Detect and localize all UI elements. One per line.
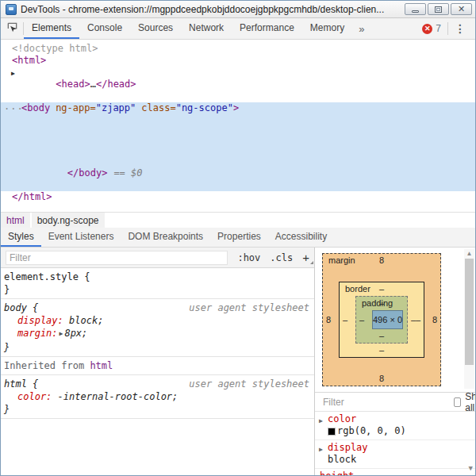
scrollbar-thumb[interactable] <box>465 259 474 365</box>
new-style-rule-button[interactable]: + <box>302 251 309 264</box>
padding-left-value[interactable]: – <box>356 315 367 324</box>
pseudo-state-button[interactable]: :hov <box>237 252 260 263</box>
css-property-color[interactable]: color: -internal-root-color; <box>4 390 311 403</box>
class-toggle-button[interactable]: .cls <box>270 252 293 263</box>
tab-event-listeners[interactable]: Event Listeners <box>41 228 121 247</box>
inspect-element-button[interactable] <box>1 18 23 39</box>
tab-performance[interactable]: Performance <box>232 18 302 39</box>
close-icon: ✕ <box>458 5 465 13</box>
inherited-node-link[interactable]: html <box>90 360 113 371</box>
minimize-icon <box>412 10 419 13</box>
tab-styles[interactable]: Styles <box>1 228 41 247</box>
box-model-margin[interactable]: margin 8 8 border – – <box>322 253 441 386</box>
border-bottom-value[interactable]: – <box>340 344 424 357</box>
show-all-control[interactable]: Show all <box>449 391 475 413</box>
expand-triangle-icon-2[interactable]: ▶ <box>319 443 323 455</box>
padding-bottom-value[interactable]: – <box>356 329 407 343</box>
dom-line-body-close[interactable]: </body>== $0 <box>1 155 475 191</box>
border-right-value[interactable]: – <box>413 315 424 324</box>
computed-property-color[interactable]: ▶color rgb(0, 0, 0) <box>315 412 475 440</box>
devtools-window: DevTools - chrome-extension://mgppdceedp… <box>0 0 476 476</box>
tab-elements[interactable]: Elements <box>24 18 79 39</box>
stylesheet-origin: user agent stylesheet <box>189 301 311 314</box>
minimize-button[interactable] <box>405 3 426 15</box>
show-all-checkbox[interactable] <box>454 397 461 407</box>
body-children-space <box>1 114 475 155</box>
box-model-scrollbar[interactable]: ▲ <box>464 249 474 389</box>
dom-line-body-open[interactable]: ...<bodyng-app="zjapp"class="ng-scope"> <box>1 102 475 114</box>
tab-console[interactable]: Console <box>79 18 130 39</box>
tab-properties[interactable]: Properties <box>210 228 268 247</box>
inspect-cursor-icon <box>6 21 18 36</box>
selector-html: html { <box>4 378 38 390</box>
box-model-padding[interactable]: padding – – 496 × 0 – – <box>355 296 408 344</box>
margin-right-value[interactable]: 8 <box>429 315 440 324</box>
expand-arrow-icon[interactable]: ▶ <box>11 67 15 79</box>
node-menu-dots[interactable]: ... <box>4 101 24 113</box>
devtools-toolbar: Elements Console Sources Network Perform… <box>1 18 475 40</box>
styles-filter-input[interactable] <box>6 251 228 265</box>
devtools-app-icon <box>6 4 17 15</box>
margin-bottom-value[interactable]: 8 <box>323 372 440 386</box>
expand-triangle-icon[interactable]: ▶ <box>319 415 323 427</box>
rule-body[interactable]: body { user agent stylesheet display: bl… <box>1 299 314 357</box>
breadcrumb-item-html[interactable]: html <box>1 213 30 228</box>
margin-top-value[interactable]: 8 <box>379 255 384 265</box>
title-bar: DevTools - chrome-extension://mgppdceedp… <box>1 1 475 18</box>
tab-network[interactable]: Network <box>181 18 232 39</box>
breadcrumb: html body.ng-scope <box>1 212 475 228</box>
scroll-up-icon[interactable]: ▲ <box>464 249 474 258</box>
styles-split-panes: :hov .cls + element.style { } body { use… <box>1 248 475 475</box>
toolbar-right: ✕ 7 ⋮ <box>422 18 475 39</box>
computed-filter-input[interactable] <box>320 395 449 409</box>
dom-line-doctype[interactable]: <!doctype html> <box>1 43 475 55</box>
scroll-down-icon[interactable]: ▼ <box>469 464 473 472</box>
show-all-label: Show all <box>465 391 475 413</box>
computed-properties-list: ▶color rgb(0, 0, 0) ▶display block heigh… <box>315 412 475 475</box>
rule-html[interactable]: html { user agent stylesheet color: -int… <box>1 375 314 419</box>
tab-sources[interactable]: Sources <box>130 18 181 39</box>
margin-left-value[interactable]: 8 <box>323 315 334 324</box>
styles-filter-row: :hov .cls + <box>1 248 314 268</box>
box-model-diagram: margin 8 8 border – – <box>315 248 475 393</box>
dom-line-html-close[interactable]: </html> <box>1 191 475 203</box>
tab-memory[interactable]: Memory <box>302 18 352 39</box>
box-model-border[interactable]: border – – padding – <box>339 282 424 358</box>
error-badge-icon[interactable]: ✕ <box>422 24 432 34</box>
breadcrumb-item-body[interactable]: body.ng-scope <box>32 213 105 228</box>
computed-pane: margin 8 8 border – – <box>315 248 475 475</box>
window-title: DevTools - chrome-extension://mgppdceedp… <box>21 4 400 15</box>
dom-line-html-open[interactable]: <html> <box>1 55 475 67</box>
margin-label: margin <box>328 254 355 267</box>
tab-accessibility[interactable]: Accessibility <box>268 228 334 247</box>
maximize-icon <box>435 6 442 13</box>
rule-element-style[interactable]: element.style { } <box>1 268 314 299</box>
border-left-value[interactable]: – <box>340 315 351 324</box>
border-top-value[interactable]: – <box>379 284 384 294</box>
window-controls: ✕ <box>405 3 472 15</box>
computed-property-display[interactable]: ▶display block <box>315 440 475 469</box>
sidebar-tabs: Styles Event Listeners DOM Breakpoints P… <box>1 228 475 248</box>
dom-tree: <!doctype html> <html> ▶<head>…</head> .… <box>1 40 475 212</box>
more-tabs-button[interactable]: » <box>352 18 370 39</box>
close-button[interactable]: ✕ <box>451 3 472 15</box>
computed-filter-row: Show all <box>315 393 475 412</box>
css-property-margin[interactable]: margin:▶8px; <box>4 327 311 341</box>
panel-tabs: Elements Console Sources Network Perform… <box>24 18 370 39</box>
selector-body: body { <box>4 301 38 314</box>
inherited-from-header: Inherited from html <box>1 357 314 375</box>
selected-body-node[interactable]: ...<bodyng-app="zjapp"class="ng-scope"> … <box>1 102 475 191</box>
dollar-zero-hint: == $0 <box>113 167 142 178</box>
css-property-display[interactable]: display: block; <box>4 314 311 327</box>
stylesheet-origin-2: user agent stylesheet <box>189 378 311 390</box>
color-swatch <box>328 428 336 436</box>
styles-pane: :hov .cls + element.style { } body { use… <box>1 248 315 475</box>
error-count[interactable]: 7 <box>436 23 441 34</box>
kebab-menu-icon[interactable]: ⋮ <box>448 22 472 35</box>
maximize-button[interactable] <box>428 3 449 15</box>
shorthand-expand-icon[interactable]: ▶ <box>60 328 63 340</box>
tab-dom-breakpoints[interactable]: DOM Breakpoints <box>121 228 210 247</box>
computed-property-height[interactable]: height <box>315 469 475 475</box>
box-model-content[interactable]: 496 × 0 <box>372 310 403 329</box>
dom-line-head[interactable]: ▶<head>…</head> <box>1 67 475 102</box>
